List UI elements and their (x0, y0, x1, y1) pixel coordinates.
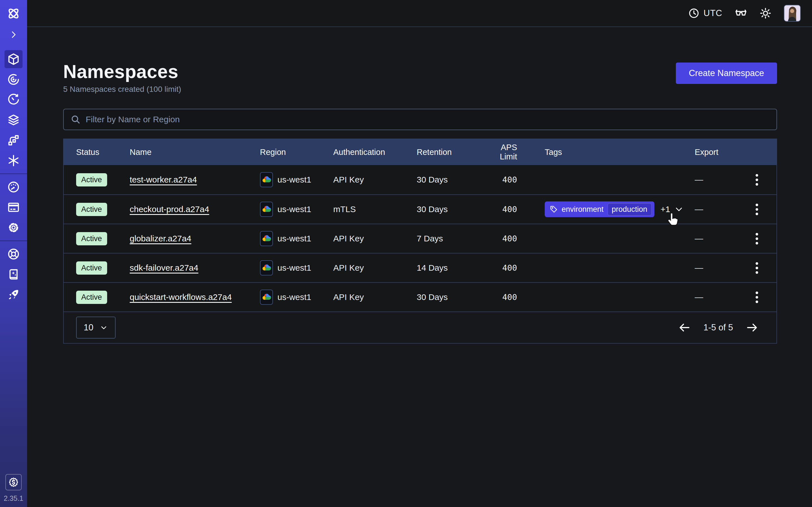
retention-label: 14 Days (417, 263, 481, 273)
credit-card-icon (7, 201, 20, 214)
column-header: Export (695, 148, 737, 157)
tag-value: production (608, 203, 652, 216)
arrow-left-icon (678, 321, 691, 334)
gauge-icon (7, 180, 20, 193)
region-label: us-west1 (277, 175, 311, 184)
main-content: Namespaces 5 Namespaces created (100 lim… (27, 27, 812, 344)
app-version: 2.35.1 (4, 494, 23, 503)
column-header: Status (64, 148, 130, 157)
temporal-logo-icon (6, 6, 21, 22)
aps-value: 400 (502, 292, 517, 302)
region-label: us-west1 (277, 263, 311, 273)
rocket-icon (7, 288, 20, 301)
table-row: Active sdk-failover.a27a4 us-west (64, 253, 776, 282)
lifebuoy-icon (7, 247, 20, 261)
sidebar-item-getting-started[interactable] (4, 286, 22, 304)
gcp-icon (260, 172, 273, 187)
retention-label: 7 Days (417, 234, 481, 243)
glasses-icon (735, 7, 747, 19)
row-menu-button[interactable] (753, 260, 761, 277)
column-header: APS Limit (481, 143, 517, 161)
auth-label: API Key (333, 234, 417, 243)
aps-value: 400 (502, 263, 517, 273)
region-cell: us-west1 (260, 231, 333, 246)
column-header: Authentication (333, 148, 417, 157)
region-label: us-west1 (277, 292, 311, 302)
sidebar-item-usage[interactable] (4, 178, 22, 196)
sidebar-item-docs[interactable] (4, 265, 22, 283)
region-cell: us-west1 (260, 172, 333, 187)
usage-dollar-button[interactable] (5, 474, 22, 490)
retention-label: 30 Days (417, 292, 481, 302)
sidebar-expand-button[interactable] (9, 30, 18, 40)
search-icon (70, 114, 81, 124)
tag-key: environment (562, 205, 604, 214)
sidebar-item-deployments[interactable] (4, 111, 22, 129)
row-menu-button[interactable] (753, 230, 761, 247)
status-badge: Active (76, 262, 107, 275)
avatar[interactable] (784, 5, 801, 22)
export-value: — (695, 263, 703, 273)
table-row: Active quickstart-workflows.a27a4 (64, 282, 776, 312)
column-header: Name (130, 148, 260, 157)
auth-label: API Key (333, 292, 417, 302)
sidebar-item-namespaces[interactable] (4, 50, 22, 68)
usage-dollar-icon (8, 477, 19, 488)
sidebar-item-batch-operations[interactable] (4, 131, 22, 149)
namespace-link[interactable]: globalizer.a27a4 (130, 234, 192, 243)
sidebar-item-settings[interactable] (4, 219, 22, 237)
next-page-button[interactable] (746, 321, 758, 334)
arrow-right-icon (746, 321, 758, 334)
filter-searchbox (63, 109, 777, 130)
tag-icon (550, 205, 558, 213)
tags-more-count: +1 (661, 205, 670, 214)
sidebar-item-workflows[interactable] (4, 70, 22, 89)
auth-label: API Key (333, 175, 417, 184)
sidebar: 2.35.1 (0, 0, 27, 507)
table-row: Active globalizer.a27a4 us-west1 (64, 224, 776, 253)
sidebar-divider (0, 240, 27, 241)
pagination-range: 1-5 of 5 (703, 323, 733, 333)
row-menu-button[interactable] (753, 201, 761, 218)
search-input[interactable] (86, 115, 770, 124)
column-header: Region (260, 148, 333, 157)
labs-button[interactable] (735, 7, 747, 19)
region-label: us-west1 (277, 234, 311, 243)
namespace-link[interactable]: quickstart-workflows.a27a4 (130, 292, 232, 302)
sidebar-item-support[interactable] (4, 245, 22, 263)
sidebar-item-nexus[interactable] (4, 152, 22, 170)
tag-pill[interactable]: environment production (545, 202, 654, 217)
tags-expand-chevron[interactable] (674, 205, 684, 214)
aps-value: 400 (502, 234, 517, 243)
namespace-link[interactable]: sdk-failover.a27a4 (130, 263, 199, 273)
region-cell: us-west1 (260, 260, 333, 276)
prev-page-button[interactable] (678, 321, 691, 334)
timezone-button[interactable]: UTC (688, 8, 722, 19)
gcp-icon (260, 202, 273, 217)
aps-value: 400 (502, 175, 517, 184)
gcp-icon (260, 290, 273, 305)
asterisk-icon (7, 154, 20, 167)
sidebar-item-billing[interactable] (4, 198, 22, 216)
column-header: Retention (417, 148, 481, 157)
table-header-row: StatusNameRegionAuthenticationRetentionA… (64, 139, 776, 165)
theme-toggle-button[interactable] (760, 7, 771, 19)
sidebar-item-schedules[interactable] (4, 91, 22, 109)
spiral-icon (7, 73, 20, 86)
row-menu-button[interactable] (753, 171, 761, 188)
region-label: us-west1 (277, 205, 311, 214)
page-size-select[interactable]: 10 (76, 317, 116, 339)
row-menu-button[interactable] (753, 289, 761, 306)
retention-label: 30 Days (417, 175, 481, 184)
app-root: 2.35.1 UTC (0, 0, 812, 507)
gcp-icon (260, 260, 273, 276)
page-size-value: 10 (84, 323, 93, 333)
create-namespace-button[interactable]: Create Namespace (676, 62, 777, 84)
namespace-link[interactable]: checkout-prod.a27a4 (130, 205, 209, 214)
clock-icon (688, 8, 700, 19)
timezone-label: UTC (703, 8, 722, 18)
page-subtitle: 5 Namespaces created (100 limit) (63, 84, 181, 94)
status-badge: Active (76, 173, 107, 186)
column-header: Tags (517, 148, 695, 157)
namespace-link[interactable]: test-worker.a27a4 (130, 175, 197, 184)
